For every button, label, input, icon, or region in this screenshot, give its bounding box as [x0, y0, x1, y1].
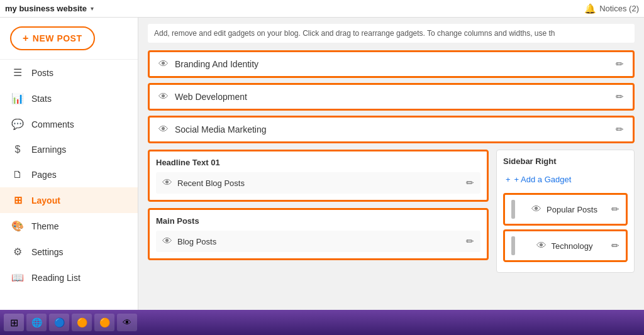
- blog-posts-gadget: 👁 Blog Posts ✏: [156, 231, 480, 252]
- sidebar-item-stats-label: Stats: [31, 94, 52, 104]
- taskbar-chrome-button[interactable]: 🔵: [49, 314, 69, 331]
- theme-icon: 🎨: [11, 220, 24, 232]
- main-posts-section-label: Main Posts: [156, 216, 480, 226]
- plus-icon: +: [23, 33, 29, 44]
- taskbar-btn2[interactable]: 🟠: [94, 314, 114, 331]
- eye-icon-blog: 👁: [162, 236, 172, 247]
- gadget-item-webdev: 👁 Web Development ✏: [148, 83, 635, 111]
- taskbar: ⊞ 🌐 🔵 🟠 🟠 👁: [0, 310, 644, 335]
- edit-icon-popular[interactable]: ✏: [611, 204, 619, 215]
- new-post-button[interactable]: + NEW POST: [10, 26, 95, 50]
- blog-dropdown-arrow[interactable]: ▾: [91, 5, 94, 12]
- recent-blog-posts-label: Recent Blog Posts: [177, 178, 245, 188]
- headline-section-label: Headline Text 01: [156, 158, 480, 167]
- main-posts-section-box: Main Posts 👁 Blog Posts ✏: [148, 208, 489, 260]
- gadget-item-branding: 👁 Branding And Identity ✏: [148, 50, 635, 78]
- sidebar: + NEW POST ☰ Posts 📊 Stats 💬 Comments $: [0, 18, 138, 310]
- settings-icon: ⚙: [11, 246, 24, 258]
- layout-icon: ⊞: [11, 194, 24, 206]
- description-text: Add, remove and edit gadgets on your blo…: [154, 29, 555, 38]
- edit-icon-blog[interactable]: ✏: [466, 236, 474, 247]
- taskbar-btn1[interactable]: 🟠: [72, 314, 92, 331]
- gadget-label-social: Social Media Marketing: [175, 124, 267, 135]
- sidebar-item-comments[interactable]: 💬 Comments: [0, 111, 138, 137]
- notices-area: 🔔 Notices (2): [584, 3, 639, 14]
- sidebar-item-settings[interactable]: ⚙ Settings: [0, 239, 138, 265]
- new-post-label: NEW POST: [33, 33, 82, 43]
- sidebar-item-posts-label: Posts: [31, 68, 53, 78]
- edit-icon-webdev[interactable]: ✏: [616, 91, 624, 102]
- sidebar-item-comments-label: Comments: [31, 119, 74, 129]
- sidebar-item-settings-label: Settings: [31, 247, 64, 257]
- sidebar-item-posts[interactable]: ☰ Posts: [0, 60, 138, 85]
- gadget-label-webdev: Web Development: [175, 92, 247, 102]
- headline-section-box: Headline Text 01 👁 Recent Blog Posts ✏: [148, 150, 489, 202]
- layout-section-left: Headline Text 01 👁 Recent Blog Posts ✏ M…: [148, 150, 489, 273]
- reading-list-icon: 📖: [11, 272, 24, 283]
- drag-handle-tech[interactable]: [511, 236, 515, 255]
- add-icon: +: [506, 175, 511, 184]
- sidebar-item-earnings[interactable]: $ Earnings: [0, 137, 138, 162]
- eye-icon-webdev: 👁: [158, 91, 169, 102]
- pages-icon: 🗋: [11, 169, 24, 180]
- earnings-icon: $: [11, 144, 24, 155]
- blog-name: my business website: [5, 4, 87, 13]
- add-gadget-label: + Add a Gadget: [514, 175, 572, 184]
- sidebar-item-theme[interactable]: 🎨 Theme: [0, 213, 138, 239]
- gadget-item-social: 👁 Social Media Marketing ✏: [148, 116, 635, 143]
- sidebar-nav: ☰ Posts 📊 Stats 💬 Comments $ Earnings 🗋 …: [0, 60, 138, 310]
- sidebar-gadget-popular: 👁 Popular Posts ✏: [503, 193, 628, 226]
- sidebar-item-theme-label: Theme: [31, 221, 59, 231]
- eye-icon-branding: 👁: [158, 58, 169, 70]
- content-description: Add, remove and edit gadgets on your blo…: [148, 24, 635, 43]
- content-area: Add, remove and edit gadgets on your blo…: [138, 18, 644, 310]
- sidebar-item-earnings-label: Earnings: [31, 145, 66, 155]
- edit-icon-tech[interactable]: ✏: [611, 240, 619, 251]
- edit-icon-branding[interactable]: ✏: [616, 58, 624, 70]
- recent-blog-posts-gadget: 👁 Recent Blog Posts ✏: [156, 172, 480, 194]
- stats-icon: 📊: [11, 92, 24, 104]
- technology-label: Technology: [552, 241, 593, 251]
- eye-icon-social: 👁: [158, 124, 169, 135]
- sidebar-item-stats[interactable]: 📊 Stats: [0, 85, 138, 111]
- sidebar-gadget-tech: 👁 Technology ✏: [503, 229, 628, 262]
- sidebar-item-layout-label: Layout: [31, 195, 60, 206]
- edit-icon-recent[interactable]: ✏: [466, 177, 474, 189]
- sidebar-item-reading-list[interactable]: 📖 Reading List: [0, 265, 138, 290]
- sidebar-item-reading-list-label: Reading List: [31, 273, 80, 283]
- eye-icon-tech: 👁: [536, 240, 547, 251]
- bell-icon: 🔔: [584, 3, 596, 14]
- main-layout: + NEW POST ☰ Posts 📊 Stats 💬 Comments $: [0, 18, 644, 310]
- blog-posts-label: Blog Posts: [177, 237, 216, 246]
- gadget-label-branding: Branding And Identity: [175, 59, 258, 69]
- sidebar-item-pages-label: Pages: [31, 170, 57, 180]
- sidebar-item-layout[interactable]: ⊞ Layout: [0, 187, 138, 213]
- posts-icon: ☰: [11, 67, 24, 79]
- notices-label: Notices (2): [599, 4, 639, 13]
- comments-icon: 💬: [11, 118, 24, 130]
- layout-row: Headline Text 01 👁 Recent Blog Posts ✏ M…: [148, 150, 635, 273]
- top-bar: my business website ▾ 🔔 Notices (2): [0, 0, 644, 18]
- sidebar-right-label: Sidebar Right: [503, 157, 628, 166]
- taskbar-start-button[interactable]: ⊞: [4, 314, 24, 331]
- add-gadget-button[interactable]: + + Add a Gadget: [503, 171, 628, 188]
- sidebar-right-section: Sidebar Right + + Add a Gadget 👁 Popular…: [496, 150, 635, 273]
- popular-posts-label: Popular Posts: [547, 205, 597, 214]
- taskbar-ie-button[interactable]: 🌐: [26, 314, 47, 331]
- edit-icon-social[interactable]: ✏: [616, 124, 624, 135]
- top-gadgets-list: 👁 Branding And Identity ✏ 👁 Web Developm…: [148, 50, 635, 143]
- eye-icon-recent: 👁: [162, 177, 172, 189]
- taskbar-eye-button[interactable]: 👁: [117, 314, 137, 331]
- sidebar-right-box: Sidebar Right + + Add a Gadget 👁 Popular…: [496, 150, 635, 273]
- eye-icon-popular: 👁: [531, 204, 541, 215]
- new-post-area: + NEW POST: [0, 18, 138, 60]
- drag-handle-popular[interactable]: [511, 200, 515, 219]
- sidebar-item-pages[interactable]: 🗋 Pages: [0, 162, 138, 187]
